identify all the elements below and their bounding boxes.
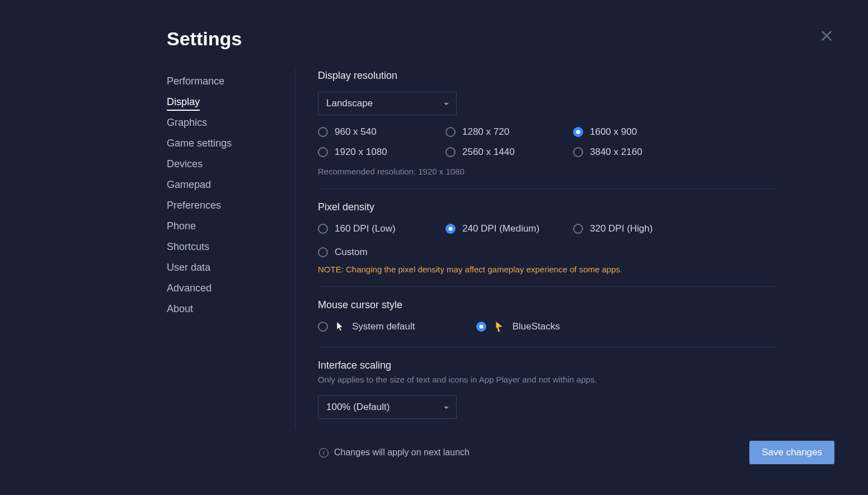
- footer: Changes will apply on next launch Save c…: [319, 441, 834, 464]
- sidebar: Performance Display Graphics Game settin…: [167, 70, 295, 430]
- scaling-subtitle: Only applies to the size of text and ico…: [318, 375, 777, 384]
- sidebar-item-about[interactable]: About: [167, 299, 284, 319]
- cursor-title: Mouse cursor style: [318, 299, 777, 311]
- cursor-options: System default BlueStacks: [318, 321, 777, 332]
- page-title: Settings: [167, 28, 868, 50]
- density-custom[interactable]: Custom: [318, 247, 445, 258]
- radio-icon: [318, 147, 328, 157]
- sidebar-item-preferences[interactable]: Preferences: [167, 195, 284, 216]
- recommended-resolution: Recommended resolution: 1920 x 1080: [318, 167, 777, 176]
- resolution-960x540[interactable]: 960 x 540: [318, 126, 445, 138]
- radio-icon: [445, 127, 456, 137]
- sidebar-item-advanced[interactable]: Advanced: [167, 278, 284, 299]
- sidebar-item-graphics[interactable]: Graphics: [167, 112, 284, 133]
- scaling-value: 100% (Default): [326, 402, 390, 413]
- sidebar-item-game-settings[interactable]: Game settings: [167, 133, 284, 154]
- resolution-1600x900[interactable]: 1600 x 900: [573, 126, 701, 138]
- divider: [318, 347, 777, 347]
- sidebar-item-devices[interactable]: Devices: [167, 154, 284, 175]
- radio-icon: [318, 224, 328, 234]
- footer-info-text: Changes will apply on next launch: [334, 447, 470, 458]
- radio-icon: [318, 247, 328, 257]
- scaling-title: Interface scaling: [318, 360, 777, 371]
- divider: [318, 188, 777, 189]
- sidebar-item-display[interactable]: Display: [167, 92, 284, 112]
- resolution-2560x1440[interactable]: 2560 x 1440: [445, 147, 573, 158]
- radio-icon: [573, 147, 583, 157]
- resolution-title: Display resolution: [318, 70, 777, 82]
- density-320[interactable]: 320 DPI (High): [573, 223, 701, 234]
- info-icon: [319, 448, 329, 458]
- scaling-select[interactable]: 100% (Default): [318, 395, 457, 419]
- density-160[interactable]: 160 DPI (Low): [318, 223, 445, 234]
- save-changes-button[interactable]: Save changes: [749, 441, 834, 464]
- divider: [318, 286, 777, 287]
- cursor-system-default[interactable]: System default: [318, 321, 415, 332]
- radio-icon: [573, 224, 583, 234]
- resolution-3840x2160[interactable]: 3840 x 2160: [573, 147, 701, 158]
- sidebar-item-shortcuts[interactable]: Shortcuts: [167, 237, 284, 257]
- radio-icon: [318, 322, 328, 332]
- orientation-select[interactable]: Landscape: [318, 92, 457, 115]
- density-options: 160 DPI (Low) 240 DPI (Medium) 320 DPI (…: [318, 223, 777, 258]
- resolution-1920x1080[interactable]: 1920 x 1080: [318, 147, 445, 158]
- content-panel: Display resolution Landscape 960 x 540 1…: [295, 70, 822, 430]
- resolution-options: 960 x 540 1280 x 720 1600 x 900 1920 x 1…: [318, 126, 777, 158]
- orientation-value: Landscape: [326, 98, 373, 109]
- sidebar-item-performance[interactable]: Performance: [167, 71, 284, 92]
- radio-icon: [445, 224, 456, 234]
- radio-icon: [573, 127, 583, 137]
- sidebar-item-gamepad[interactable]: Gamepad: [167, 175, 284, 195]
- cursor-bluestacks[interactable]: BlueStacks: [476, 321, 560, 332]
- chevron-down-icon: [443, 98, 449, 109]
- sidebar-item-user-data[interactable]: User data: [167, 257, 284, 278]
- density-note: NOTE: Changing the pixel density may aff…: [318, 265, 777, 274]
- cursor-bluestacks-icon: [494, 321, 504, 332]
- cursor-default-icon: [336, 321, 344, 332]
- close-icon[interactable]: [819, 28, 834, 44]
- density-240[interactable]: 240 DPI (Medium): [445, 223, 573, 234]
- resolution-1280x720[interactable]: 1280 x 720: [445, 126, 573, 138]
- radio-icon: [476, 322, 486, 332]
- chevron-down-icon: [443, 402, 449, 412]
- radio-icon: [445, 147, 456, 157]
- sidebar-item-phone[interactable]: Phone: [167, 216, 284, 237]
- radio-icon: [318, 127, 328, 137]
- density-title: Pixel density: [318, 201, 777, 213]
